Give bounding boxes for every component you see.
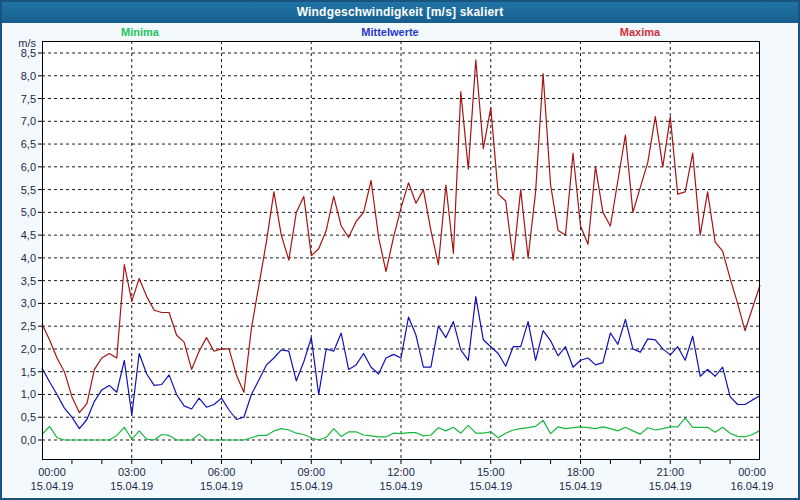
x-tick-date: 15.04.19 (456, 479, 526, 493)
x-tick-label: 09:0015.04.19 (276, 465, 346, 493)
title-bar[interactable]: Windgeschwindigkeit [m/s] skaliert (0, 0, 800, 23)
x-tick-time: 00:00 (717, 465, 787, 479)
y-tick-label: 3,0 (0, 297, 36, 309)
x-tick-date: 15.04.19 (546, 479, 616, 493)
x-tick-label: 03:0015.04.19 (97, 465, 167, 493)
x-tick-time: 03:00 (97, 465, 167, 479)
x-tick-label: 12:0015.04.19 (366, 465, 436, 493)
y-tick-label: 2,0 (0, 343, 36, 355)
y-tick-label: 7,5 (0, 93, 36, 105)
x-tick-label: 06:0015.04.19 (187, 465, 257, 493)
y-tick-label: 0,0 (0, 434, 36, 446)
x-tick-date: 15.04.19 (366, 479, 436, 493)
x-tick-label: 15:0015.04.19 (456, 465, 526, 493)
x-tick-label: 00:0016.04.19 (717, 465, 787, 493)
x-tick-date: 15.04.19 (276, 479, 346, 493)
x-tick-time: 00:00 (17, 465, 87, 479)
x-tick-label: 21:0015.04.19 (635, 465, 705, 493)
y-tick-label: 6,0 (0, 161, 36, 173)
y-tick-label: 8,0 (0, 70, 36, 82)
x-tick-label: 18:0015.04.19 (546, 465, 616, 493)
x-tick-date: 16.04.19 (717, 479, 787, 493)
y-tick-label: 1,0 (0, 388, 36, 400)
y-tick-label: 6,5 (0, 138, 36, 150)
x-tick-time: 18:00 (546, 465, 616, 479)
y-tick-label: 4,5 (0, 229, 36, 241)
window-title: Windgeschwindigkeit [m/s] skaliert (297, 5, 504, 19)
x-tick-time: 21:00 (635, 465, 705, 479)
legend-mittelwerte: Mittelwerte (361, 26, 418, 38)
plot-area (42, 41, 760, 460)
y-tick-label: 8,5 (0, 47, 36, 59)
x-tick-time: 06:00 (187, 465, 257, 479)
x-tick-label: 00:0015.04.19 (17, 465, 87, 493)
y-tick-label: 3,5 (0, 275, 36, 287)
y-tick-label: 1,5 (0, 366, 36, 378)
y-tick-label: 4,0 (0, 252, 36, 264)
y-tick-label: 5,0 (0, 206, 36, 218)
x-tick-date: 15.04.19 (17, 479, 87, 493)
y-tick-label: 2,5 (0, 320, 36, 332)
x-tick-date: 15.04.19 (187, 479, 257, 493)
x-tick-time: 15:00 (456, 465, 526, 479)
y-tick-label: 7,0 (0, 115, 36, 127)
x-tick-time: 12:00 (366, 465, 436, 479)
legend-minima: Minima (121, 26, 159, 38)
y-tick-label: 0,5 (0, 411, 36, 423)
y-tick-label: 5,5 (0, 184, 36, 196)
legend-maxima: Maxima (620, 26, 660, 38)
x-tick-time: 09:00 (276, 465, 346, 479)
x-tick-date: 15.04.19 (97, 479, 167, 493)
x-tick-date: 15.04.19 (635, 479, 705, 493)
